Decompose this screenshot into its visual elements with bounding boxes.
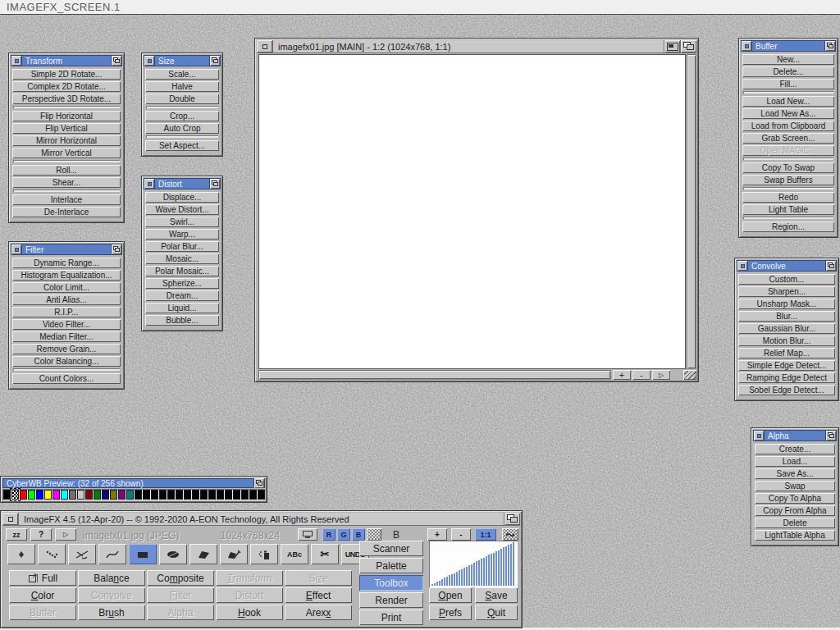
color-swatch-24[interactable] <box>200 490 208 500</box>
close-icon[interactable] <box>737 261 748 271</box>
side-button-render[interactable]: Render <box>359 592 423 608</box>
color-swatch-3[interactable] <box>28 490 35 500</box>
close-icon[interactable] <box>144 56 155 66</box>
corner-button-save[interactable]: Save <box>475 587 518 603</box>
filter-button-dynamic-range[interactable]: Dynamic Range... <box>12 258 121 268</box>
close-icon[interactable] <box>11 56 22 66</box>
side-button-palette[interactable]: Palette <box>359 558 423 573</box>
zoom-out-button[interactable]: - <box>451 528 471 541</box>
distort-button-wave-distort[interactable]: Wave Distort... <box>145 204 219 215</box>
depth-icon[interactable] <box>504 513 520 525</box>
zoom-window-icon[interactable] <box>664 40 680 52</box>
point-tool-icon[interactable] <box>7 544 35 564</box>
buffer-button-copy-to-swap[interactable]: Copy To Swap <box>742 162 834 173</box>
filter-button-histogram-equalization[interactable]: Histogram Equalization... <box>12 270 121 281</box>
filter-button-remove-grain[interactable]: Remove Grain... <box>12 344 121 354</box>
pattern-button[interactable] <box>502 528 518 541</box>
corner-button-quit[interactable]: Quit <box>475 605 518 620</box>
color-swatch-29[interactable] <box>241 490 249 500</box>
size-button-crop[interactable]: Crop... <box>145 111 219 121</box>
grid-button-balance[interactable]: Balance <box>78 570 145 586</box>
transform-button-roll[interactable]: Roll... <box>12 165 121 176</box>
scissors-tool-icon[interactable]: ✂ <box>311 544 339 564</box>
screen-title-bar[interactable]: IMAGEFX_SCREEN.1 <box>0 0 840 15</box>
color-swatch-22[interactable] <box>184 490 191 500</box>
color-swatch-9[interactable] <box>77 490 84 500</box>
distort-button-mosaic[interactable]: Mosaic... <box>145 253 219 264</box>
distort-button-dream[interactable]: Dream... <box>145 290 219 301</box>
color-swatch-4[interactable] <box>36 490 43 500</box>
transform-button-simple-2d-rotate[interactable]: Simple 2D Rotate... <box>12 69 121 80</box>
buffer-button-load-from-clipboard[interactable]: Load from Clipboard <box>742 121 834 131</box>
depth-icon[interactable] <box>111 56 121 66</box>
color-swatch-23[interactable] <box>192 490 199 500</box>
color-swatch-17[interactable] <box>143 490 150 500</box>
resize-grip[interactable] <box>683 370 696 380</box>
size-button-scale[interactable]: Scale... <box>145 69 219 80</box>
horizontal-scrollbar[interactable] <box>258 370 611 380</box>
pan-button[interactable]: ▷ <box>652 370 670 380</box>
buffer-button-new[interactable]: New... <box>742 54 834 65</box>
color-swatch-16[interactable] <box>135 490 142 500</box>
color-swatch-26[interactable] <box>217 490 224 500</box>
close-icon[interactable] <box>742 41 752 51</box>
zoom-in-button[interactable]: + <box>613 370 631 380</box>
alpha-button-lighttable-alpha[interactable]: LightTable Alpha <box>755 530 835 541</box>
preview-title-bar[interactable]: CyberWB Preview: (32 of 256 shown) <box>2 478 265 488</box>
filter-button-color-limit[interactable]: Color Limit... <box>12 282 121 293</box>
grid-button-arexx[interactable]: Arexx <box>285 605 352 620</box>
panel-filter-title-bar[interactable]: Filter <box>11 244 122 255</box>
transform-button-interlace[interactable]: Interlace <box>12 194 121 205</box>
grid-button-full[interactable]: Full <box>9 570 76 586</box>
color-swatch-27[interactable] <box>225 490 232 500</box>
depth-icon[interactable] <box>111 244 121 254</box>
color-swatch-0[interactable] <box>3 490 11 500</box>
depth-icon[interactable] <box>824 41 835 51</box>
close-icon[interactable] <box>257 40 273 52</box>
zoom-out-button[interactable]: - <box>632 370 651 380</box>
color-swatch-21[interactable] <box>176 490 183 500</box>
panel-distort-title-bar[interactable]: Distort <box>144 178 221 189</box>
panel-transform-title-bar[interactable]: Transform <box>11 55 122 66</box>
color-swatch-15[interactable] <box>126 490 134 500</box>
panel-convolve-title-bar[interactable]: Convolve <box>737 260 837 272</box>
side-button-toolbox[interactable]: Toolbox <box>359 575 423 591</box>
color-swatch-6[interactable] <box>52 490 60 500</box>
line-tool-icon[interactable] <box>68 544 96 564</box>
color-swatch-1[interactable] <box>11 490 19 500</box>
run-button[interactable]: ▷ <box>55 528 76 541</box>
depth-icon[interactable] <box>825 431 836 441</box>
alpha-button-create[interactable]: Create... <box>755 444 835 454</box>
color-swatch-14[interactable] <box>118 490 126 500</box>
depth-icon[interactable] <box>209 179 220 189</box>
filter-button-median-filter[interactable]: Median Filter... <box>12 331 121 342</box>
help-button[interactable]: ? <box>30 528 52 541</box>
grid-button-effect[interactable]: Effect <box>285 587 352 603</box>
size-button-halve[interactable]: Halve <box>145 81 219 92</box>
color-swatch-25[interactable] <box>208 490 216 500</box>
convolve-button-ramping-edge-detect[interactable]: Ramping Edge Detect <box>738 372 835 383</box>
distort-button-warp[interactable]: Warp... <box>145 229 219 240</box>
buffer-button-swap-buffers[interactable]: Swap Buffers <box>742 175 834 185</box>
alpha-button-delete[interactable]: Delete <box>755 518 835 528</box>
distort-button-bubble[interactable]: Bubble... <box>145 315 219 326</box>
channel-b-button[interactable]: B <box>352 528 365 541</box>
convolve-button-blur[interactable]: Blur... <box>738 311 835 322</box>
color-swatch-7[interactable] <box>61 490 68 500</box>
depth-icon[interactable] <box>253 478 264 488</box>
color-swatch-13[interactable] <box>110 490 117 500</box>
transform-button-flip-vertical[interactable]: Flip Vertical <box>12 123 121 134</box>
close-icon[interactable] <box>144 179 155 189</box>
buffer-button-light-table[interactable]: Light Table <box>742 204 834 215</box>
toolbox-title-bar[interactable]: ImageFX 4.5 (12-Apr-20) -- © 1992-2020 A… <box>2 513 520 526</box>
buffer-button-fill[interactable]: Fill... <box>742 79 834 89</box>
alpha-button-load[interactable]: Load... <box>755 456 835 467</box>
sleep-button[interactable]: zz <box>6 528 27 541</box>
color-swatch-2[interactable] <box>20 490 27 500</box>
alpha-button-copy-from-alpha[interactable]: Copy From Alpha <box>755 505 835 516</box>
fill-polygon-tool-icon[interactable] <box>220 544 248 564</box>
size-button-set-aspect[interactable]: Set Aspect... <box>145 140 219 151</box>
grid-button-hook[interactable]: Hook <box>216 605 283 620</box>
corner-button-open[interactable]: Open <box>429 587 472 603</box>
convolve-button-relief-map[interactable]: Relief Map... <box>738 348 835 358</box>
